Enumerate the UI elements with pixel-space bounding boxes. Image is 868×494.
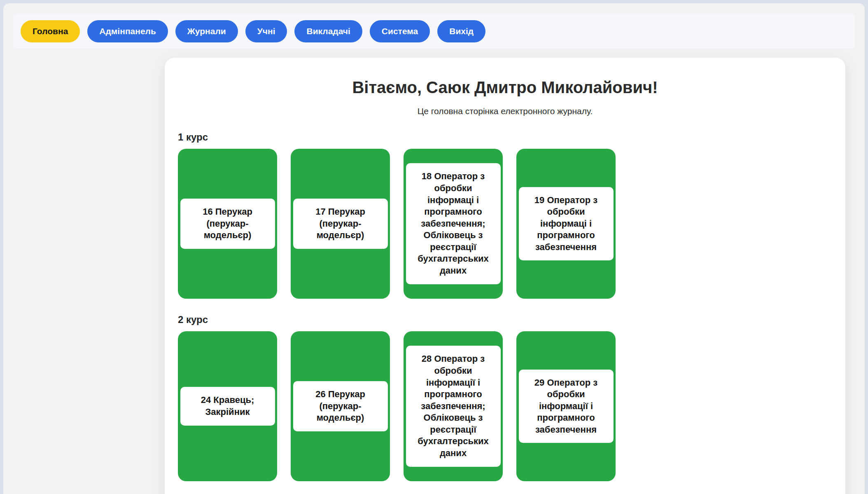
group-card[interactable]: 17 Перукар (перукар-модельєр) <box>291 149 390 299</box>
group-card-label: 18 Оператор з обробки інформаці і програ… <box>406 163 501 284</box>
main-navbar: ГоловнаАдмінпанельЖурналиУчніВикладачіСи… <box>13 14 855 49</box>
group-card[interactable]: 28 Оператор з обробки інформації і прогр… <box>404 331 503 481</box>
group-card-label: 26 Перукар (перукар-модельєр) <box>293 381 388 431</box>
page-subtitle: Це головна сторінка електронного журналу… <box>178 106 832 116</box>
course-sections: 1 курс 16 Перукар (перукар-модельєр) 17 … <box>178 131 832 481</box>
group-card-label: 19 Оператор з обробки інформаці і програ… <box>519 187 614 261</box>
group-card[interactable]: 16 Перукар (перукар-модельєр) <box>178 149 277 299</box>
group-card[interactable]: 19 Оператор з обробки інформаці і програ… <box>516 149 616 299</box>
nav-tab-students[interactable]: Учні <box>245 20 287 42</box>
course-section: 1 курс 16 Перукар (перукар-модельєр) 17 … <box>178 131 832 299</box>
group-card-row: 24 Кравець; Закрійник 26 Перукар (перука… <box>178 331 832 481</box>
group-card[interactable]: 29 Оператор з обробки інформації і прогр… <box>516 331 616 481</box>
group-card[interactable]: 26 Перукар (перукар-модельєр) <box>291 331 390 481</box>
group-card-label: 16 Перукар (перукар-модельєр) <box>180 199 275 249</box>
course-section: 2 курс 24 Кравець; Закрійник 26 Перукар … <box>178 314 832 481</box>
nav-tab-admin-panel[interactable]: Адмінпанель <box>87 20 168 42</box>
course-heading: 2 курс <box>178 314 832 325</box>
group-card-row: 16 Перукар (перукар-модельєр) 17 Перукар… <box>178 149 832 299</box>
group-card-label: 29 Оператор з обробки інформації і прогр… <box>519 370 614 443</box>
app-container: ГоловнаАдмінпанельЖурналиУчніВикладачіСи… <box>3 3 865 494</box>
course-heading: 1 курс <box>178 131 832 143</box>
content-panel: Вітаємо, Саюк Дмитро Миколайович! Це гол… <box>165 58 845 494</box>
nav-tab-system[interactable]: Система <box>370 20 430 42</box>
nav-tab-journals[interactable]: Журнали <box>175 20 238 42</box>
group-card-label: 28 Оператор з обробки інформації і прогр… <box>406 346 501 466</box>
nav-tab-teachers[interactable]: Викладачі <box>294 20 362 42</box>
nav-tab-home[interactable]: Головна <box>21 20 80 42</box>
nav-tab-logout[interactable]: Вихід <box>437 20 485 42</box>
group-card[interactable]: 24 Кравець; Закрійник <box>178 331 277 481</box>
group-card[interactable]: 18 Оператор з обробки інформаці і програ… <box>404 149 503 299</box>
page-title: Вітаємо, Саюк Дмитро Миколайович! <box>178 77 832 97</box>
group-card-label: 24 Кравець; Закрійник <box>180 387 275 425</box>
group-card-label: 17 Перукар (перукар-модельєр) <box>293 199 388 249</box>
